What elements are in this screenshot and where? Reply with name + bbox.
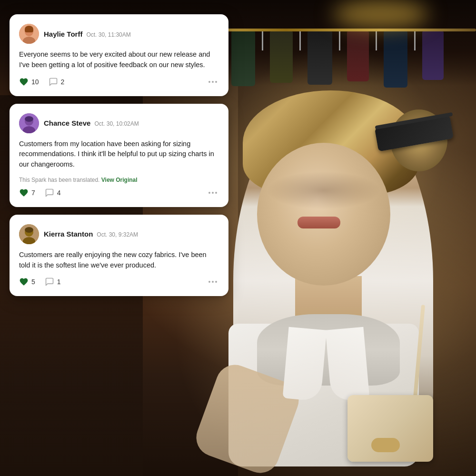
svg-point-12 [25, 227, 33, 233]
comment-button-1[interactable]: 2 [49, 77, 65, 87]
avatar-haylie [19, 24, 39, 44]
like-count-2: 7 [31, 189, 35, 197]
timestamp-1: Oct. 30, 11:30AM [86, 31, 130, 38]
avatar-kierra [19, 224, 39, 244]
post-card-1: Haylie Torff Oct. 30, 11:30AM Everyone s… [10, 14, 228, 96]
card-header-3: Kierra Stanton Oct. 30, 9:32AM [19, 224, 219, 244]
card-footer-2: 7 4 [19, 188, 219, 198]
comment-count-2: 4 [57, 189, 61, 197]
post-card-2: Chance Steve Oct. 30, 10:02AM Customers … [10, 104, 228, 207]
more-options-button-2[interactable] [207, 190, 219, 196]
dot-2b [212, 192, 214, 194]
heart-icon-3 [19, 277, 29, 287]
translation-note-2: This Spark has been translated. View Ori… [19, 177, 219, 183]
like-button-3[interactable]: 5 [19, 277, 35, 287]
card-header-1: Haylie Torff Oct. 30, 11:30AM [19, 24, 219, 44]
author-name-2: Chance Steve [44, 119, 90, 127]
heart-icon-1 [19, 77, 29, 87]
dot-1a [208, 81, 210, 83]
author-name-1: Haylie Torff [44, 30, 82, 38]
comment-icon-1 [49, 77, 58, 87]
author-info-2: Chance Steve Oct. 30, 10:02AM [44, 119, 139, 127]
dot-3b [212, 281, 214, 283]
svg-point-8 [25, 116, 33, 122]
like-count-3: 5 [31, 278, 35, 286]
dot-2c [215, 192, 217, 194]
card-body-1: Everyone seems to be very excited about … [19, 50, 219, 70]
more-options-button-3[interactable] [207, 279, 219, 285]
card-header-2: Chance Steve Oct. 30, 10:02AM [19, 113, 219, 133]
translation-text-2: This Spark has been translated. [19, 177, 99, 183]
heart-icon-2 [19, 188, 29, 198]
timestamp-3: Oct. 30, 9:32AM [97, 231, 138, 238]
comment-count-1: 2 [61, 78, 65, 86]
dot-1b [212, 81, 214, 83]
svg-rect-4 [25, 29, 33, 32]
timestamp-2: Oct. 30, 10:02AM [94, 120, 139, 127]
dot-1c [215, 81, 217, 83]
card-body-3: Customers are really enjoying the new co… [19, 250, 219, 271]
card-body-2: Customers from my location have been ask… [19, 139, 219, 170]
comment-icon-2 [45, 188, 54, 198]
dot-3a [208, 281, 210, 283]
card-footer-1: 10 2 [19, 77, 219, 87]
dot-3c [215, 281, 217, 283]
view-original-link[interactable]: View Original [101, 177, 138, 183]
author-info-3: Kierra Stanton Oct. 30, 9:32AM [44, 230, 138, 238]
comment-icon-3 [45, 277, 54, 287]
author-info-1: Haylie Torff Oct. 30, 11:30AM [44, 30, 131, 38]
comment-button-2[interactable]: 4 [45, 188, 61, 198]
more-options-button-1[interactable] [207, 79, 219, 85]
cards-container: Haylie Torff Oct. 30, 11:30AM Everyone s… [10, 14, 228, 296]
author-name-3: Kierra Stanton [44, 230, 93, 238]
like-button-1[interactable]: 10 [19, 77, 39, 87]
post-card-3: Kierra Stanton Oct. 30, 9:32AM Customers… [10, 215, 228, 297]
card-footer-3: 5 1 [19, 277, 219, 287]
like-count-1: 10 [31, 78, 39, 86]
comment-count-3: 1 [57, 278, 61, 286]
comment-button-3[interactable]: 1 [45, 277, 61, 287]
like-button-2[interactable]: 7 [19, 188, 35, 198]
avatar-chance [19, 113, 39, 133]
dot-2a [208, 192, 210, 194]
